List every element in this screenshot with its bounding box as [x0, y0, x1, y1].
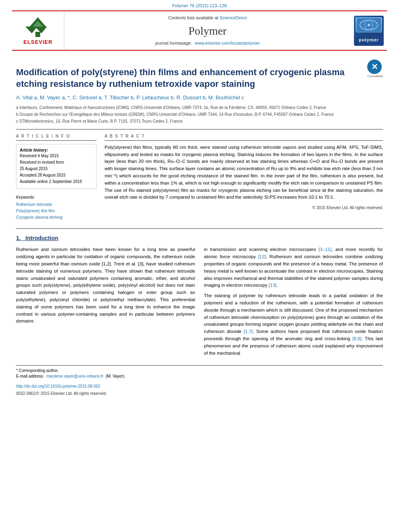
intro-title-space [23, 235, 24, 241]
article-info-box: Article history: Received 4 May 2015 Rec… [16, 144, 97, 189]
sciencedirect-line: Contents lists available at ScienceDirec… [168, 15, 247, 21]
crossmark-icon: ✕ [367, 60, 382, 74]
intro-right-para: in transmission and scanning electron mi… [204, 246, 383, 289]
affiliation-b: b Groupe de Recherches sur l'Energétique… [16, 111, 383, 117]
footnote-corresponding: * Corresponding author. [16, 368, 383, 374]
journal-homepage: journal homepage: www.elsevier.com/locat… [155, 40, 260, 46]
elsevier-logo-area: ELSEVIER [12, 11, 64, 50]
article-info-header: A R T I C L E I N F O [16, 134, 97, 141]
homepage-link[interactable]: www.elsevier.com/locate/polymer [195, 41, 260, 45]
title-row: Modification of poly(styrene) thin films… [16, 58, 383, 94]
intro-left-col: Ruthenium and osmium tetroxides have bee… [16, 246, 195, 360]
article-info-abstract: A R T I C L E I N F O Article history: R… [16, 134, 383, 221]
available-date: Available online 2 September 2015 [20, 179, 93, 185]
revised-date: 25 August 2015 [20, 166, 93, 172]
doi-line: http://dx.doi.org/10.1016/j.polymer.2015… [16, 382, 383, 390]
intro-divider [16, 228, 383, 229]
cite-6-8: [6,8] [352, 336, 361, 341]
cite-3-11: [3–11] [319, 247, 331, 252]
doi-link[interactable]: http://dx.doi.org/10.1016/j.polymer.2015… [16, 384, 100, 388]
article-history-label: Article history: [20, 148, 93, 153]
introduction-section: 1. Introduction Ruthenium and osmium tet… [16, 234, 383, 360]
crossmark-area: ✕ CrossMark [367, 60, 383, 78]
main-content: Modification of poly(styrene) thin films… [0, 58, 399, 396]
abstract-header: A B S T R A C T [105, 134, 383, 141]
received-date: Received 4 May 2015 [20, 153, 93, 159]
cite-12: [12] [258, 254, 266, 259]
affiliation-a: a Interfaces, Confinement, Matériaux et … [16, 105, 383, 111]
journal-header-bar: ELSEVIER Contents lists available at Sci… [12, 10, 387, 51]
intro-body-columns: Ruthenium and osmium tetroxides have bee… [16, 246, 383, 360]
header-divider [16, 129, 383, 129]
keywords-section: Keywords: Ruthenium tetroxide Poly(styre… [16, 195, 97, 220]
svg-point-9 [368, 24, 370, 26]
journal-citation: Polymer 76 (2015) 123–130 [0, 0, 399, 10]
intro-right-para2: The staining of polymer by ruthenium tet… [204, 292, 383, 357]
sciencedirect-link[interactable]: ScienceDirect [220, 15, 247, 20]
authors-line: A. Vital a, M. Vayer a, *, C. Sinturel a… [16, 94, 383, 101]
keyword-2: Poly(styrene) thin film [16, 208, 97, 214]
intro-right-col: in transmission and scanning electron mi… [204, 246, 383, 360]
cite-1-7: [1,7] [244, 329, 253, 334]
footnote-email-name: (M. Vayer). [106, 374, 125, 378]
article-title: Modification of poly(styrene) thin films… [16, 67, 362, 90]
citation-text: Polymer 76 (2015) 123–130 [172, 3, 227, 8]
crossmark-label: CrossMark [367, 74, 383, 78]
affiliation-c: c STMicroelectronics, 16, Rue Pierre et … [16, 118, 383, 124]
intro-section-title: 1. Introduction [16, 234, 383, 242]
polymer-logo-image [356, 17, 382, 33]
title-area: Modification of poly(styrene) thin films… [16, 58, 362, 94]
footnote-email[interactable]: marylene.vayer@univ-orleans.fr [46, 374, 103, 378]
polymer-logo: polymer [354, 16, 384, 46]
abstract-column: A B S T R A C T Poly(styrene) thin films… [105, 134, 383, 221]
keywords-label: Keywords: [16, 195, 97, 200]
elsevier-logo: ELSEVIER [23, 15, 52, 46]
polymer-logo-area: polymer [351, 11, 387, 50]
cite-13: [13] [269, 283, 276, 288]
journal-name: Polymer [189, 23, 227, 39]
svg-rect-5 [35, 32, 40, 37]
journal-title-area: Contents lists available at ScienceDirec… [64, 11, 351, 50]
elsevier-tree-icon [24, 15, 52, 37]
footnote-area: * Corresponding author. E-mail address: … [16, 365, 383, 396]
keyword-3: Cryogenic plasma etching [16, 215, 97, 220]
affiliations: a Interfaces, Confinement, Matériaux et … [16, 105, 383, 124]
issn-line: 0032-3861/© 2015 Elsevier Ltd. All right… [16, 391, 383, 396]
article-info-column: A R T I C L E I N F O Article history: R… [16, 134, 97, 221]
copyright-line: © 2015 Elsevier Ltd. All rights reserved… [105, 205, 383, 211]
footnote-email-line: E-mail address: marylene.vayer@univ-orle… [16, 374, 383, 379]
polymer-logo-text: polymer [359, 37, 379, 44]
intro-left-para: Ruthenium and osmium tetroxides have bee… [16, 246, 195, 325]
authors-text: A. Vital a, M. Vayer a, *, C. Sinturel a… [16, 94, 244, 101]
elsevier-label: ELSEVIER [23, 39, 52, 46]
abstract-text: Poly(styrene) thin films, typically 80 n… [105, 144, 383, 201]
accepted-date: Accepted 28 August 2015 [20, 173, 93, 178]
received-revised-label: Received in revised form [20, 160, 93, 165]
keyword-1: Ruthenium tetroxide [16, 202, 97, 207]
